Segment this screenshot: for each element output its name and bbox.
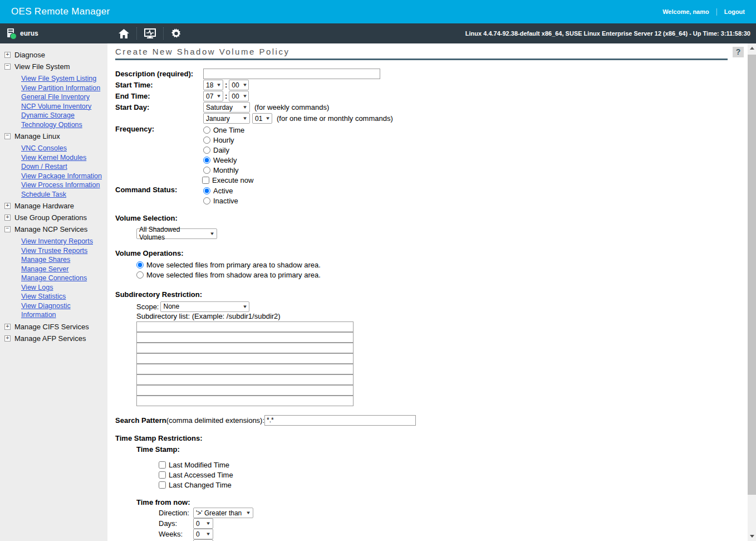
time-direction-select[interactable]: '>' Greater than▼ — [193, 508, 253, 518]
sidebar-link-view-diagnostic-information[interactable]: View Diagnostic Information — [21, 301, 106, 320]
sidebar-link-view-package-information[interactable]: View Package Information — [21, 172, 106, 181]
volume-op-radio-primary-to-shadow[interactable] — [136, 261, 144, 269]
sidebar-item-diagnose[interactable]: Diagnose — [4, 51, 107, 59]
days-select[interactable]: 0▼ — [193, 518, 213, 529]
start-hour-select[interactable]: 18▼ — [203, 80, 223, 90]
collapse-icon[interactable] — [4, 226, 11, 232]
end-minute-select[interactable]: 00▼ — [229, 91, 249, 101]
sidebar-item-manage-afp-services[interactable]: Manage AFP Services — [4, 334, 107, 343]
volume-op-radio-shadow-to-primary[interactable] — [136, 271, 144, 279]
sidebar-link-view-trustee-reports[interactable]: View Trustee Reports — [21, 246, 106, 256]
chevron-down-icon: ▼ — [246, 510, 251, 515]
last-modified-time-checkbox[interactable] — [159, 461, 166, 469]
frequency-radio-monthly[interactable] — [203, 167, 210, 174]
collapse-icon[interactable] — [4, 64, 11, 70]
description-label: Description (required): — [115, 70, 203, 78]
scope-select[interactable]: None▼ — [160, 301, 249, 312]
last-changed-time-checkbox[interactable] — [159, 481, 166, 489]
subdirectory-input-7[interactable] — [136, 385, 354, 396]
sidebar-link-view-statistics[interactable]: View Statistics — [21, 292, 106, 301]
subdirectory-input-4[interactable] — [136, 353, 354, 364]
sidebar-link-view-logs[interactable]: View Logs — [21, 283, 106, 293]
subdirectory-input-8[interactable] — [136, 396, 354, 406]
subdirectory-input-6[interactable] — [136, 374, 354, 385]
weekly-note: (for weekly commands) — [254, 103, 329, 111]
health-monitor-icon[interactable] — [136, 27, 163, 40]
chevron-down-icon: ▼ — [205, 521, 211, 526]
description-input[interactable] — [203, 69, 380, 79]
sidebar-link-view-file-system-listing[interactable]: View File System Listing — [21, 74, 106, 84]
sidebar-link-view-kernel-modules[interactable]: View Kernel Modules — [21, 153, 106, 163]
sidebar-link-manage-connections[interactable]: Manage Connections — [21, 274, 106, 283]
chevron-down-icon: ▼ — [266, 116, 271, 121]
frequency-label: Frequency: — [115, 125, 203, 133]
sidebar-link-manage-shares[interactable]: Manage Shares — [21, 255, 106, 265]
command-status-radio-inactive[interactable] — [203, 197, 210, 204]
chevron-down-icon: ▼ — [242, 94, 248, 99]
frequency-radio-hourly[interactable] — [203, 137, 210, 144]
subdirectory-input-5[interactable] — [136, 364, 354, 374]
expand-icon[interactable] — [4, 215, 11, 221]
welcome-text: Welcome, namo — [662, 8, 709, 15]
subdirectory-input-1[interactable] — [136, 321, 354, 332]
sidebar-link-schedule-task[interactable]: Schedule Task — [21, 190, 106, 199]
expand-icon[interactable] — [4, 52, 11, 58]
collapse-icon[interactable] — [4, 133, 11, 139]
frequency-option-label: Hourly — [213, 136, 234, 144]
sidebar-link-manage-server[interactable]: Manage Server — [21, 265, 106, 274]
start-minute-select[interactable]: 00▼ — [229, 80, 249, 90]
main-content: Create New Shadow Volume Policy ? Descri… — [107, 43, 756, 541]
sidebar-item-view-file-system[interactable]: View File System — [4, 62, 107, 71]
help-button[interactable]: ? — [733, 47, 744, 57]
weeks-select[interactable]: 0▼ — [193, 529, 213, 539]
time-from-now-label: Time from now: — [136, 498, 747, 506]
time-stamp-option-label: Last Modified Time — [169, 461, 229, 469]
gear-icon[interactable] — [163, 27, 189, 40]
scroll-up-arrow[interactable] — [748, 43, 756, 53]
sidebar-link-ncp-volume-inventory[interactable]: NCP Volume Inventory — [21, 102, 106, 111]
sidebar-item-manage-hardware[interactable]: Manage Hardware — [4, 202, 107, 210]
scroll-down-arrow[interactable] — [748, 532, 756, 541]
sidebar-item-manage-ncp-services[interactable]: Manage NCP Services — [4, 225, 107, 233]
day-of-month-select[interactable]: 01▼ — [252, 113, 272, 124]
home-icon[interactable] — [111, 27, 136, 40]
manage-linux-links: VNC Consoles View Kernel Modules Down / … — [21, 144, 107, 199]
expand-icon[interactable] — [4, 335, 11, 342]
app-title: OES Remote Manager — [11, 6, 110, 17]
header-divider — [716, 8, 717, 16]
frequency-radio-daily[interactable] — [203, 147, 210, 154]
sidebar-link-general-file-inventory[interactable]: General File Inventory — [21, 92, 106, 102]
sidebar-link-view-process-information[interactable]: View Process Information — [21, 181, 106, 190]
subdirectory-input-2[interactable] — [136, 332, 354, 343]
sidebar-link-down-restart[interactable]: Down / Restart — [21, 162, 106, 172]
month-select[interactable]: January▼ — [203, 113, 250, 124]
sidebar-item-manage-linux[interactable]: Manage Linux — [4, 132, 107, 140]
sidebar-link-view-partition-information[interactable]: View Partition Information — [21, 84, 106, 93]
weeks-label: Weeks: — [159, 530, 193, 538]
vertical-scrollbar[interactable] — [748, 43, 756, 541]
sidebar-link-vnc-consoles[interactable]: VNC Consoles — [21, 144, 106, 153]
volume-selection-select[interactable]: All Shadowed Volumes▼ — [136, 228, 217, 239]
subdirectory-input-3[interactable] — [136, 343, 354, 353]
subdirectory-list — [136, 321, 747, 406]
expand-icon[interactable] — [4, 324, 11, 330]
command-status-radio-active[interactable] — [203, 187, 210, 194]
frequency-radio-weekly[interactable] — [203, 157, 210, 164]
scrollbar-thumb[interactable] — [748, 55, 756, 495]
sidebar-link-dynamic-storage-technology-options[interactable]: Dynamic Storage Technology Options — [21, 111, 106, 129]
logout-link[interactable]: Logout — [724, 8, 745, 15]
sidebar-item-manage-cifs-services[interactable]: Manage CIFS Services — [4, 323, 107, 331]
shadow-volume-policy-form: Description (required): Start Time: 18▼ … — [115, 60, 747, 541]
server-name: eurus — [20, 30, 38, 37]
search-pattern-input[interactable] — [264, 415, 416, 426]
server-identity: eurus — [0, 28, 111, 38]
end-hour-select[interactable]: 07▼ — [203, 91, 223, 101]
sidebar-item-use-group-operations[interactable]: Use Group Operations — [4, 213, 107, 222]
last-accessed-time-checkbox[interactable] — [159, 471, 166, 479]
expand-icon[interactable] — [4, 203, 11, 209]
frequency-radio-one-time[interactable] — [203, 126, 210, 134]
execute-now-checkbox[interactable] — [202, 177, 209, 184]
start-day-label: Start Day: — [115, 103, 203, 111]
sidebar-link-view-inventory-reports[interactable]: View Inventory Reports — [21, 237, 106, 246]
weekday-select[interactable]: Saturday▼ — [203, 102, 250, 113]
